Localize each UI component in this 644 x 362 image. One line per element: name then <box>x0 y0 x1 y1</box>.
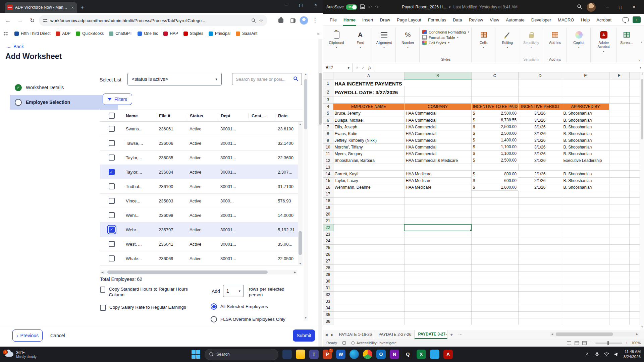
cell-A36[interactable] <box>333 318 404 325</box>
row-checkbox[interactable] <box>109 155 115 161</box>
cell-B24[interactable] <box>404 238 471 244</box>
table-horizontal-scrollbar[interactable]: ◀ ▶ <box>100 270 297 275</box>
cell-A17[interactable] <box>333 191 404 197</box>
cell-B18[interactable] <box>404 197 471 204</box>
cell-A16[interactable]: Wehrmann, Deanne <box>333 184 404 191</box>
cell-D20[interactable] <box>518 211 562 218</box>
cell-B6[interactable]: HAA Commercial <box>404 117 471 124</box>
cell-A18[interactable] <box>333 197 404 204</box>
copy-hours-checkbox[interactable] <box>100 287 105 293</box>
cell-D35[interactable] <box>518 311 562 318</box>
flsa-option[interactable]: FLSA Overtime Employees Only <box>211 316 285 322</box>
column-header-name[interactable]: Name <box>123 113 156 118</box>
sheet-tab[interactable]: PAYDATE 3-27-26 <box>415 330 447 339</box>
bookmark-star-icon[interactable]: ☆ <box>259 17 263 24</box>
cell-A33[interactable] <box>333 298 404 305</box>
cell-A30[interactable] <box>333 278 404 285</box>
cell-D21[interactable] <box>518 218 562 224</box>
scroll-down-icon[interactable]: ▼ <box>641 326 643 330</box>
cell-E30[interactable] <box>562 278 609 285</box>
cell-A24[interactable] <box>333 238 404 244</box>
cell-E18[interactable] <box>562 197 609 204</box>
column-header-file[interactable]: File # <box>156 113 187 118</box>
spreadsheet-button[interactable]: Sprea... <box>619 28 634 45</box>
cell-E28[interactable] <box>562 264 609 271</box>
cell-A13[interactable] <box>333 164 404 171</box>
undo-icon[interactable]: ↶ <box>368 4 372 10</box>
ribbon-tab[interactable]: Developer <box>528 15 554 24</box>
cell-C20[interactable] <box>471 211 518 218</box>
cell-C27[interactable] <box>471 258 518 264</box>
employee-row[interactable]: Wehr... 235797 Active 30001... 5,192.31 <box>100 223 303 237</box>
format-as-table-button[interactable]: Format as Table▾ <box>422 35 469 40</box>
row-header-29[interactable]: 29 <box>323 271 333 278</box>
editing-button[interactable]: Editing▾ <box>498 28 517 49</box>
employee-row[interactable]: Vince... 235803 Active 3000... 576.93 <box>100 194 303 208</box>
row-header-7[interactable]: 7 <box>323 124 333 130</box>
cell-D23[interactable] <box>518 231 562 238</box>
cell-D2[interactable] <box>518 88 562 97</box>
cell-F17[interactable] <box>609 191 629 197</box>
panel-scrollbar-thumb[interactable] <box>304 79 307 129</box>
cell-E27[interactable] <box>562 258 609 264</box>
column-header-cost[interactable]: Cost ... <box>249 113 275 118</box>
row-header-17[interactable]: 17 <box>323 191 333 197</box>
cell-C34[interactable] <box>471 305 518 311</box>
cell-B3[interactable] <box>404 97 471 103</box>
cell-B13[interactable] <box>404 164 471 171</box>
ribbon-tab[interactable]: Home <box>340 15 359 24</box>
page-scrollbar[interactable] <box>318 39 322 347</box>
copy-salary-option[interactable]: Copy Salary Rate to Regular Earnings <box>100 305 194 311</box>
row-header-5[interactable]: 5 <box>323 110 333 117</box>
cell-E11[interactable]: B. Shooshanian <box>562 150 609 157</box>
cell-A14[interactable]: Garrett, Kayti <box>333 171 404 178</box>
cell-A5[interactable]: Bruce, Jeremy <box>333 110 404 117</box>
autosave-toggle[interactable]: AutoSave On <box>326 4 357 10</box>
cell-E21[interactable] <box>562 218 609 224</box>
cell-B10[interactable]: HAA Commercial <box>404 144 471 150</box>
cell-B7[interactable]: HAA Commercial <box>404 124 471 130</box>
redo-icon[interactable]: ↷ <box>375 4 379 10</box>
ribbon-tab[interactable]: Help <box>578 15 593 24</box>
all-selected-option[interactable]: All Selected Employees <box>211 303 268 310</box>
cell-D18[interactable] <box>518 197 562 204</box>
cell-F11[interactable] <box>609 150 629 157</box>
cell-B28[interactable] <box>404 264 471 271</box>
ribbon-tab[interactable]: Insert <box>359 15 377 24</box>
cell-F29[interactable] <box>609 271 629 278</box>
maximize-button[interactable]: ▢ <box>614 0 627 14</box>
row-header-8[interactable]: 8 <box>323 130 333 137</box>
cell-B25[interactable] <box>404 244 471 251</box>
cell-F5[interactable] <box>609 110 629 117</box>
cell-D6[interactable]: 3/1/26 <box>518 117 562 124</box>
row-header-35[interactable]: 35 <box>323 311 333 318</box>
cell-E15[interactable]: B. Shooshanian <box>562 177 609 184</box>
cell-C19[interactable] <box>471 204 518 211</box>
cell-E33[interactable] <box>562 298 609 305</box>
wifi-icon[interactable] <box>604 352 609 356</box>
tab-close-icon[interactable]: × <box>70 5 74 10</box>
copilot-button[interactable]: Copilot▾ <box>570 28 588 49</box>
column-header-C[interactable]: C <box>471 72 518 79</box>
cell-E10[interactable]: B. Shooshanian <box>562 144 609 150</box>
employee-row[interactable]: Tudbal... 236100 Active 30001... 31.7100 <box>100 179 303 194</box>
browser-menu-icon[interactable]: ⋮ <box>310 15 320 26</box>
copy-hours-option[interactable]: Copy Standard Hours to Regular Hours Col… <box>100 287 194 298</box>
cell-A25[interactable] <box>333 244 404 251</box>
cell-D24[interactable] <box>518 238 562 244</box>
cell-D29[interactable] <box>518 271 562 278</box>
sheet-menu-icon[interactable]: ⋯ <box>455 330 465 339</box>
comments-icon[interactable] <box>623 17 629 22</box>
bookmark-item[interactable]: ChatGPT <box>106 30 135 37</box>
wizard-step[interactable]: Employee Selection <box>10 95 118 110</box>
previous-button[interactable]: ‹ Previous <box>12 329 43 342</box>
cell-E35[interactable] <box>562 311 609 318</box>
forward-button[interactable]: → <box>15 15 25 26</box>
start-button[interactable] <box>190 349 202 360</box>
cell-A21[interactable] <box>333 218 404 224</box>
bookmark-item[interactable]: HAP <box>161 30 181 37</box>
cell-A8[interactable]: Evans, Katie <box>333 130 404 137</box>
cell-A26[interactable] <box>333 251 404 258</box>
row-header-28[interactable]: 28 <box>323 264 333 271</box>
user-avatar[interactable] <box>587 3 596 12</box>
